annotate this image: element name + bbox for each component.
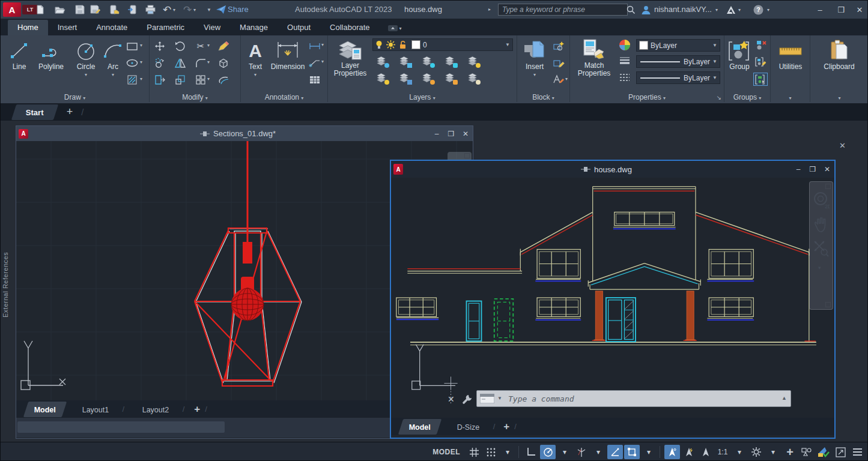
house-add-layout-button[interactable]: + — [503, 421, 509, 433]
stretch-icon[interactable] — [153, 74, 166, 86]
grid-display-icon[interactable] — [466, 445, 482, 459]
help-icon[interactable]: ? — [751, 3, 765, 16]
hatch-dropdown-icon[interactable]: ▾ — [140, 76, 142, 82]
panel-label-block[interactable]: Block ▾ — [517, 93, 569, 101]
tab-annotate[interactable]: Annotate — [86, 20, 137, 35]
lineweight-combo[interactable]: ByLayer▼ — [636, 55, 720, 68]
sections-tab-layout2[interactable]: Layout2 — [132, 402, 180, 417]
layer-make-current-icon[interactable] — [466, 55, 479, 67]
insert-button[interactable]: Insert▾ — [520, 39, 550, 79]
user-avatar[interactable] — [639, 3, 652, 16]
workspace-gear-icon[interactable] — [748, 445, 764, 459]
help-dropdown-icon[interactable]: ▾ — [767, 7, 769, 13]
command-dropdown-icon[interactable]: ▼ — [497, 396, 502, 401]
tab-collaborate[interactable]: Collaborate — [320, 20, 380, 35]
erase-icon[interactable] — [217, 40, 230, 52]
sections-navbar-handle-icon[interactable] — [464, 153, 470, 158]
hatch-tool-icon[interactable] — [126, 74, 139, 86]
undo-dropdown-icon[interactable]: ▾ — [171, 3, 177, 16]
color-combo[interactable]: ByLayer ▼ — [636, 39, 720, 52]
file-tab-start[interactable]: Start — [11, 104, 58, 120]
save-icon[interactable] — [73, 3, 86, 16]
text-button[interactable]: A Text▾ — [243, 39, 267, 79]
array-dropdown-icon[interactable]: ▾ — [207, 76, 210, 82]
clipboard-button[interactable]: Clipboard — [820, 39, 858, 71]
tab-insert[interactable]: Insert — [48, 20, 87, 35]
osnap-dropdown-icon[interactable]: ▾ — [641, 445, 657, 459]
properties-dialog-launcher-icon[interactable]: ↘ — [717, 94, 721, 101]
command-input[interactable] — [507, 391, 762, 406]
sections-add-layout-button[interactable]: + — [194, 403, 200, 415]
house-viewport[interactable]: 2D ▾ ✕ ▼ ▲ — [391, 178, 834, 418]
sections-tab-model[interactable]: Model — [23, 402, 67, 417]
sections-tab-layout1[interactable]: Layout1 — [71, 402, 120, 417]
house-maximize-button[interactable]: ❒ — [806, 165, 820, 173]
scale-value[interactable]: 1:1 — [715, 445, 730, 459]
rectangle-tool-icon[interactable] — [126, 40, 139, 52]
dim-linear-dropdown-icon[interactable]: ▾ — [321, 42, 324, 47]
open-from-web-icon[interactable] — [108, 3, 121, 16]
dim-linear-icon[interactable] — [308, 40, 321, 52]
autocad-logo-icon[interactable]: A — [3, 2, 21, 17]
group-button[interactable]: Group — [726, 39, 753, 71]
tab-view[interactable]: View — [194, 20, 230, 35]
snap-dropdown-icon[interactable]: ▾ — [500, 445, 515, 459]
autoscale-icon[interactable] — [681, 445, 697, 459]
steering-wheel-icon[interactable]: 2D — [813, 191, 830, 209]
command-close-icon[interactable]: ✕ — [448, 394, 455, 404]
app-minimize-button[interactable]: – — [813, 3, 827, 16]
qat-customize-icon[interactable]: ▼ — [202, 3, 216, 16]
layer-on-all-icon[interactable] — [420, 71, 434, 83]
layer-combo-dropdown-icon[interactable]: ▼ — [503, 42, 512, 47]
sections-hscrollbar-thumb[interactable] — [17, 421, 225, 433]
table-icon[interactable] — [308, 74, 321, 86]
scale-icon[interactable] — [174, 74, 187, 86]
mirror-icon[interactable] — [174, 57, 187, 69]
tab-manage[interactable]: Manage — [230, 20, 278, 35]
panel-label-annotation[interactable]: Annotation ▾ — [241, 93, 327, 101]
new-file-icon[interactable] — [34, 3, 47, 16]
create-block-icon[interactable] — [552, 40, 565, 52]
leader-icon[interactable] — [308, 57, 321, 69]
panel-label-groups[interactable]: Groups ▾ — [724, 93, 770, 101]
pan-hand-icon[interactable] — [813, 217, 829, 234]
object-color-icon[interactable] — [618, 39, 631, 51]
linetype-icon[interactable] — [618, 71, 631, 83]
offset-icon[interactable] — [217, 74, 230, 86]
trim-icon[interactable]: ✂ — [194, 40, 207, 52]
layer-on-icon[interactable] — [375, 40, 383, 49]
external-references-palette-tab[interactable]: External References — [2, 236, 9, 318]
polar-dropdown-icon[interactable]: ▾ — [557, 445, 572, 459]
match-properties-button[interactable]: Match Properties — [572, 38, 616, 77]
trim-dropdown-icon[interactable]: ▾ — [207, 43, 210, 48]
layer-thaw-icon[interactable] — [386, 40, 395, 49]
app-maximize-button[interactable]: ❒ — [834, 3, 848, 16]
search-icon[interactable] — [624, 3, 637, 16]
layer-color-swatch[interactable] — [411, 40, 420, 49]
snap-mode-icon[interactable] — [483, 445, 499, 459]
layer-merge-icon[interactable] — [466, 71, 479, 83]
share-icon[interactable] — [214, 3, 228, 16]
utilities-button[interactable]: Utilities — [773, 39, 808, 71]
sections-title-bar[interactable]: A Sections_01.dwg* – ❒ ✕ — [16, 126, 473, 141]
scale-dropdown-icon[interactable]: ▾ — [732, 445, 747, 459]
arc-button[interactable]: Arc▾ — [102, 39, 124, 79]
navbar-anchor-bottom-icon[interactable] — [825, 302, 831, 307]
ellipse-dropdown-icon[interactable]: ▾ — [140, 59, 142, 65]
line-button[interactable]: Line — [5, 39, 33, 71]
ribbon-fold-button[interactable]: ▾ — [388, 25, 402, 31]
fillet-icon[interactable] — [194, 57, 207, 69]
object-snap-icon[interactable] — [624, 445, 640, 459]
user-name[interactable]: nishant.naikVY... — [654, 5, 712, 14]
panel-label-properties[interactable]: Properties ▾ — [570, 93, 724, 101]
sections-minimize-button[interactable]: – — [429, 130, 444, 138]
zoom-tool-icon[interactable] — [813, 240, 830, 258]
layer-unlock-all-icon[interactable] — [443, 71, 457, 83]
fillet-dropdown-icon[interactable]: ▾ — [207, 59, 210, 65]
group-selection-toggle-icon[interactable] — [753, 73, 768, 86]
array-icon[interactable] — [194, 74, 207, 86]
object-snap-tracking-icon[interactable] — [607, 445, 623, 459]
sections-close-button[interactable]: ✕ — [458, 130, 473, 138]
polar-tracking-icon[interactable] — [540, 445, 556, 459]
new-drawing-tab-button[interactable]: + — [67, 106, 73, 118]
